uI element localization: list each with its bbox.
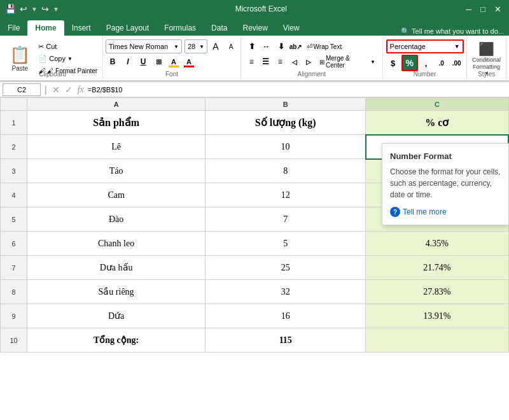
align-right-button[interactable]: ≡ xyxy=(274,55,287,69)
font-size-dropdown[interactable]: ▼ xyxy=(199,44,204,50)
cell-c9[interactable]: 13.91% xyxy=(366,304,508,328)
cell-a8[interactable]: Sầu riêng xyxy=(27,280,206,304)
cell-a3[interactable]: Táo xyxy=(27,159,206,183)
cell-b10[interactable]: 115 xyxy=(206,328,366,353)
tab-review[interactable]: Review xyxy=(235,20,275,36)
italic-button[interactable]: I xyxy=(121,55,135,69)
decrease-indent-button[interactable]: ◁ xyxy=(288,55,301,69)
comma-button[interactable]: , xyxy=(419,56,433,70)
tab-file[interactable]: File xyxy=(0,20,27,36)
percent-button[interactable]: % xyxy=(401,55,418,71)
underline-button[interactable]: U xyxy=(136,55,150,69)
tab-data[interactable]: Data xyxy=(204,20,235,36)
cell-a7[interactable]: Dưa hấu xyxy=(27,256,206,280)
decrease-font-button[interactable]: A xyxy=(224,39,238,53)
cell-c7[interactable]: 21.74% xyxy=(366,256,508,280)
tab-insert[interactable]: Insert xyxy=(64,20,99,36)
cell-a1[interactable]: Sản phẩm xyxy=(27,111,206,135)
cell-a5[interactable]: Đào xyxy=(27,207,206,232)
align-row-2: ≡ ☰ ≡ ◁ ▷ ⊞ Merge & Center ▼ xyxy=(245,55,379,69)
fill-color-indicator xyxy=(169,66,179,67)
cell-a10[interactable]: Tổng cộng: xyxy=(27,328,206,353)
cancel-formula-icon[interactable]: ✕ xyxy=(51,85,61,95)
number-format-dropdown[interactable]: Percentage ▼ xyxy=(386,39,464,53)
title-bar-left: 💾 ↩ ▼ ↪ ▼ xyxy=(5,4,59,14)
tab-formulas[interactable]: Formulas xyxy=(157,20,204,36)
align-bottom-button[interactable]: ⬇ xyxy=(274,39,288,53)
undo-icon[interactable]: ↩ xyxy=(20,4,27,14)
row-num-2: 2 xyxy=(1,135,27,159)
align-middle-button[interactable]: ↔ xyxy=(260,39,274,53)
align-top-button[interactable]: ⬆ xyxy=(245,39,259,53)
tooltip-title: Number Format xyxy=(390,151,501,161)
formula-input[interactable] xyxy=(88,83,506,96)
cell-c6[interactable]: 4.35% xyxy=(366,232,508,256)
copy-button[interactable]: 📄 Copy ▼ xyxy=(36,53,100,64)
cell-a4[interactable]: Cam xyxy=(27,183,206,207)
cell-b5[interactable]: 7 xyxy=(206,207,366,232)
cell-b8[interactable]: 32 xyxy=(206,280,366,304)
font-size-selector[interactable]: 28 ▼ xyxy=(185,39,207,53)
font-color-button[interactable]: A xyxy=(182,55,196,69)
minimize-btn[interactable]: ─ xyxy=(463,4,474,14)
tab-home[interactable]: Home xyxy=(27,20,64,36)
cell-b6[interactable]: 5 xyxy=(206,232,366,256)
col-header-a[interactable]: A xyxy=(27,98,206,111)
decrease-decimal-button[interactable]: .0 xyxy=(435,56,449,70)
cond-format-icon: ⬛ xyxy=(478,41,494,57)
merge-dropdown[interactable]: ▼ xyxy=(370,59,375,65)
cell-a6[interactable]: Chanh leo xyxy=(27,232,206,256)
tab-page-layout[interactable]: Page Layout xyxy=(99,20,157,36)
font-name-selector[interactable]: Times New Roman ▼ xyxy=(106,39,182,53)
orientation-button[interactable]: ab↗ xyxy=(289,39,303,53)
tooltip-link[interactable]: ? Tell me more xyxy=(390,207,501,217)
paste-icon: 📋 xyxy=(10,45,30,65)
confirm-formula-icon[interactable]: ✓ xyxy=(64,85,74,95)
cell-c1[interactable]: % cơ xyxy=(366,111,508,135)
border-button[interactable]: ⊞ xyxy=(151,55,165,69)
insert-function-icon[interactable]: fx xyxy=(76,85,85,95)
row-num-6: 6 xyxy=(1,232,27,256)
cell-c10[interactable] xyxy=(366,328,508,353)
font-name-row: Times New Roman ▼ 28 ▼ A A xyxy=(106,39,238,53)
increase-indent-button[interactable]: ▷ xyxy=(302,55,315,69)
increase-font-button[interactable]: A xyxy=(209,39,223,53)
customize-icon[interactable]: ▼ xyxy=(53,6,59,13)
cut-button[interactable]: ✂ Cut xyxy=(36,41,100,52)
increase-decimal-button[interactable]: .00 xyxy=(450,56,464,70)
save-icon[interactable]: 💾 xyxy=(5,4,16,14)
fill-color-button[interactable]: A xyxy=(167,55,181,69)
align-center-button[interactable]: ☰ xyxy=(259,55,272,69)
cell-b2[interactable]: 10 xyxy=(206,135,366,159)
tab-view[interactable]: View xyxy=(275,20,307,36)
tell-me-bar[interactable]: 🔍 Tell me what you want to do... xyxy=(307,27,509,36)
row-num-10: 10 xyxy=(1,328,27,353)
cell-b9[interactable]: 16 xyxy=(206,304,366,328)
formula-bar: C2 | ✕ ✓ fx xyxy=(0,82,509,97)
cell-a9[interactable]: Dứa xyxy=(27,304,206,328)
col-header-b[interactable]: B xyxy=(206,98,366,111)
bold-button[interactable]: B xyxy=(106,55,120,69)
row-num-1: 1 xyxy=(1,111,27,135)
cell-b4[interactable]: 12 xyxy=(206,183,366,207)
cell-reference-box[interactable]: C2 xyxy=(3,83,41,96)
cell-b3[interactable]: 8 xyxy=(206,159,366,183)
close-btn[interactable]: ✕ xyxy=(492,4,504,14)
copy-icon: 📄 xyxy=(38,55,47,63)
merge-center-button[interactable]: ⊞ Merge & Center ▼ xyxy=(316,55,379,69)
cell-b7[interactable]: 25 xyxy=(206,256,366,280)
cell-a2[interactable]: Lê xyxy=(27,135,206,159)
cell-b1[interactable]: Số lượng (kg) xyxy=(206,111,366,135)
number-format-arrow[interactable]: ▼ xyxy=(454,43,460,50)
clipboard-label: Clipboard xyxy=(3,71,102,78)
align-left-button[interactable]: ≡ xyxy=(245,55,258,69)
copy-dropdown[interactable]: ▼ xyxy=(67,56,73,62)
cond-format-label: ConditionalFormatting xyxy=(472,57,501,71)
redo-icon[interactable]: ↪ xyxy=(41,4,49,14)
wrap-text-button[interactable]: ⏎ Wrap Text xyxy=(303,39,345,53)
col-header-c[interactable]: C xyxy=(366,98,508,111)
font-name-dropdown[interactable]: ▼ xyxy=(174,44,179,50)
dollar-button[interactable]: $ xyxy=(386,56,400,70)
cell-c8[interactable]: 27.83% xyxy=(366,280,508,304)
maximize-btn[interactable]: □ xyxy=(478,4,488,14)
